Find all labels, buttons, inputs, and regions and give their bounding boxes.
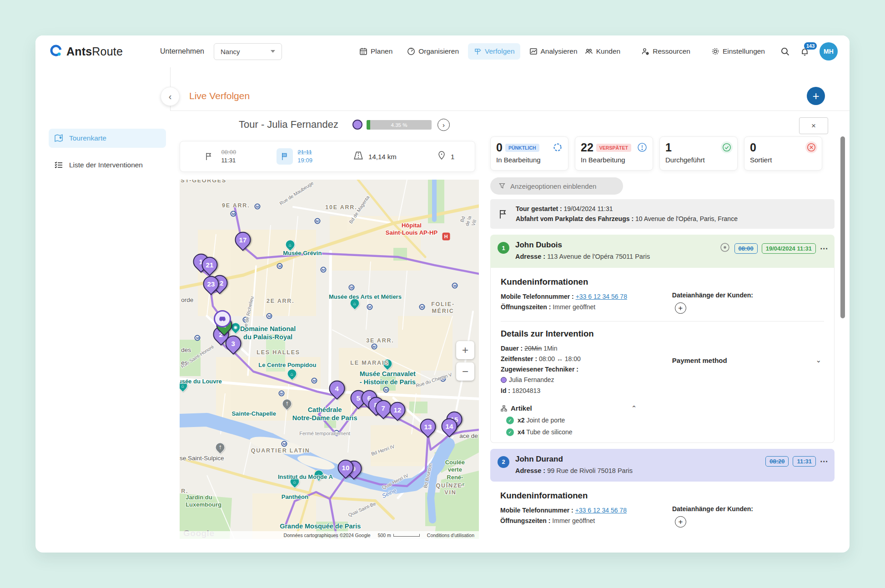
close-panel-button[interactable]: × bbox=[799, 117, 828, 134]
check-icon: ✓ bbox=[506, 428, 514, 436]
search-button[interactable] bbox=[780, 47, 790, 56]
estimated-time-badge: 11:31 bbox=[793, 456, 816, 467]
map-label: 10E ARR. bbox=[325, 204, 357, 211]
map-label: Jardin du Luxembourg bbox=[186, 494, 221, 509]
start-flag-icon bbox=[201, 148, 217, 165]
articles-header[interactable]: Artikel ⌃ bbox=[501, 404, 824, 412]
metro-station-icon: M bbox=[383, 387, 389, 393]
spinner-icon bbox=[552, 141, 563, 153]
stop-card-1-header[interactable]: 1 John Dubois Adresse : 113 Avenue de l'… bbox=[490, 235, 835, 268]
nav-item-ressourcen[interactable]: Ressourcen bbox=[636, 43, 696, 60]
sidebar-item-interventionsliste[interactable]: Liste der Interventionen bbox=[49, 156, 166, 175]
technician-color-dot bbox=[501, 377, 507, 383]
route-stop-marker-17[interactable]: 17 bbox=[231, 228, 254, 251]
map-label: Le Centre Pompidou bbox=[258, 362, 316, 369]
status-badge: PÜNKTLICH bbox=[505, 144, 539, 152]
tour-title: Tour - Julia Fernandez bbox=[239, 119, 338, 131]
map-label: Bd Bourdon bbox=[422, 462, 433, 488]
map-label: R. bbox=[181, 488, 188, 495]
target-icon[interactable] bbox=[719, 242, 730, 255]
display-options-button[interactable]: Anzeigeoptionen einblenden bbox=[490, 177, 623, 195]
chevron-down-icon bbox=[271, 50, 275, 53]
check-icon: ✓ bbox=[506, 417, 514, 424]
phone-link[interactable]: +33 6 12 34 56 78 bbox=[576, 293, 627, 300]
trip-start-cell: 08:0011:31 bbox=[201, 148, 236, 165]
signpost-icon bbox=[473, 47, 482, 55]
logo-icon bbox=[49, 44, 63, 59]
map-label: Cathédrale Notre-Dame de Paris bbox=[292, 406, 357, 422]
vehicle-marker[interactable] bbox=[214, 310, 231, 327]
status-card-late: 22VERSPÄTET In Bearbeitung bbox=[575, 136, 653, 171]
map-label: Rue du Chemin V bbox=[415, 372, 453, 389]
route-stop-marker-12[interactable]: 12 bbox=[386, 398, 408, 421]
map-canvas[interactable]: MMMMMMMMMMMMMMMMMMMM⌂⌂⌂⌂⌂⌂⌂◉◉††HST-GEORG… bbox=[180, 180, 479, 539]
zoom-in-button[interactable]: + bbox=[456, 341, 474, 359]
add-attachment-button[interactable]: + bbox=[675, 302, 686, 314]
map-icon bbox=[54, 134, 63, 143]
metro-station-icon: M bbox=[277, 263, 283, 269]
metro-station-icon: M bbox=[440, 376, 446, 382]
zoom-out-button[interactable]: − bbox=[456, 362, 474, 381]
start-flag-icon bbox=[498, 208, 508, 220]
detail-panel: 0PÜNKTLICH In Bearbeitung 22VERSPÄTET In… bbox=[490, 136, 822, 534]
nav-item-verfolgen[interactable]: Verfolgen bbox=[468, 43, 520, 60]
status-card-sorted: 0 Sortiert bbox=[744, 136, 822, 171]
hospital-icon: H bbox=[442, 232, 450, 240]
calendar-icon bbox=[359, 47, 367, 55]
phone-link[interactable]: +33 6 12 34 56 78 bbox=[575, 507, 627, 514]
map-terms-link[interactable]: Conditions d'utilisation bbox=[427, 533, 474, 538]
nav-item-organisieren[interactable]: Organisieren bbox=[402, 43, 464, 60]
top-navbar: AntsRoute Unternehmen Nancy Planen Organ… bbox=[35, 35, 850, 67]
nav-item-einstellungen[interactable]: Einstellungen bbox=[706, 43, 770, 60]
stop-card-1-body: Kundeninformationen Mobile Telefonnummer… bbox=[490, 268, 835, 442]
map-scale-label: 500 m bbox=[378, 533, 391, 538]
panel-scrollbar[interactable] bbox=[840, 136, 845, 318]
notifications-button[interactable]: 143 bbox=[800, 46, 810, 56]
cross-circle-icon bbox=[805, 141, 817, 153]
nav-item-analysieren[interactable]: Analysieren bbox=[524, 43, 583, 60]
add-button[interactable]: + bbox=[807, 87, 825, 105]
nav-item-kunden[interactable]: Kunden bbox=[579, 43, 626, 60]
map-label: Bd Henri IV bbox=[371, 443, 396, 457]
metro-station-icon: M bbox=[320, 266, 326, 272]
avatar[interactable]: MH bbox=[820, 42, 838, 60]
people-icon bbox=[585, 47, 593, 55]
payment-method-row[interactable]: Payment method ⌄ bbox=[672, 356, 824, 364]
customer-name: John Dubois bbox=[515, 241, 650, 250]
metro-station-icon: M bbox=[255, 204, 261, 210]
customer-address: 113 Avenue de l'Opéra 75011 Paris bbox=[547, 253, 650, 260]
person-gear-icon bbox=[641, 47, 649, 55]
add-attachment-button[interactable]: + bbox=[675, 516, 686, 528]
sidebar-item-tourenkarte[interactable]: Tourenkarte bbox=[49, 129, 166, 148]
company-dropdown[interactable]: Nancy bbox=[214, 43, 282, 60]
more-options-button[interactable]: ⋯ bbox=[820, 457, 828, 466]
technician-name: Julia Fernandez bbox=[509, 376, 554, 383]
more-options-button[interactable]: ⋯ bbox=[820, 244, 828, 253]
collapse-panel-button[interactable]: ‹ bbox=[161, 87, 180, 106]
metro-station-icon: M bbox=[367, 304, 372, 310]
logo[interactable]: AntsRoute bbox=[49, 44, 123, 59]
filter-icon bbox=[498, 182, 506, 190]
end-time-planned: 21:11 bbox=[297, 148, 312, 156]
next-tour-button[interactable]: › bbox=[437, 119, 450, 131]
chevron-down-icon: ⌄ bbox=[815, 356, 821, 364]
nav-right-group: Kunden Ressourcen Einstellungen 143 MH bbox=[579, 42, 838, 60]
route-stop-marker-4[interactable]: 4 bbox=[326, 377, 348, 400]
route-stop-marker-13[interactable]: 13 bbox=[417, 415, 439, 437]
search-icon bbox=[780, 47, 790, 56]
chart-icon bbox=[529, 47, 538, 55]
nav-item-planen[interactable]: Planen bbox=[354, 43, 398, 60]
map-label: QUARTIER LATIN bbox=[251, 447, 310, 455]
tour-progress-bar: 4.35 % bbox=[367, 120, 432, 130]
status-cards: 0PÜNKTLICH In Bearbeitung 22VERSPÄTET In… bbox=[490, 136, 822, 171]
map-label: Bd de la Vill bbox=[458, 213, 478, 229]
end-time-estimated: 19:09 bbox=[297, 156, 312, 165]
page-title: Live Verfolgen bbox=[189, 90, 250, 101]
map-label: 2E ARR. bbox=[267, 298, 294, 305]
chevron-up-icon[interactable]: ⌃ bbox=[631, 404, 637, 412]
map-attribution: Données cartographiques ©2024 Google 500… bbox=[180, 531, 479, 539]
map-label: Musée des Arts et Métiers bbox=[329, 293, 402, 300]
museum-poi-icon: ⌂ bbox=[312, 468, 326, 482]
stop-card-2-header[interactable]: 2 John Durand Adresse : 99 Rue de Rivoli… bbox=[490, 449, 835, 482]
section-divider bbox=[501, 321, 824, 322]
